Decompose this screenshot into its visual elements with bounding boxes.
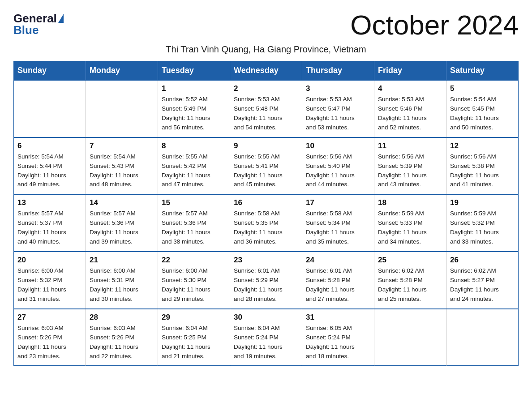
day-info: Sunrise: 6:04 AMSunset: 5:25 PMDaylight:… (162, 324, 226, 361)
day-info: Sunrise: 5:56 AMSunset: 5:40 PMDaylight:… (306, 152, 370, 190)
calendar-cell (374, 309, 446, 366)
calendar-cell: 4Sunrise: 5:53 AMSunset: 5:46 PMDaylight… (374, 80, 446, 137)
day-number: 29 (162, 313, 226, 322)
day-info: Sunrise: 5:55 AMSunset: 5:41 PMDaylight:… (234, 152, 298, 190)
day-number: 31 (306, 313, 370, 322)
day-info: Sunrise: 6:02 AMSunset: 5:27 PMDaylight:… (450, 266, 515, 304)
day-info: Sunrise: 6:01 AMSunset: 5:28 PMDaylight:… (306, 266, 370, 304)
calendar-cell: 11Sunrise: 5:56 AMSunset: 5:39 PMDayligh… (374, 137, 446, 195)
day-info: Sunrise: 6:00 AMSunset: 5:32 PMDaylight:… (17, 266, 82, 304)
day-info: Sunrise: 5:56 AMSunset: 5:38 PMDaylight:… (450, 152, 515, 190)
calendar: SundayMondayTuesdayWednesdayThursdayFrid… (13, 61, 519, 366)
calendar-cell: 28Sunrise: 6:03 AMSunset: 5:26 PMDayligh… (86, 309, 158, 366)
day-number: 26 (450, 256, 515, 265)
logo-triangle-icon (58, 14, 64, 23)
calendar-cell: 15Sunrise: 5:57 AMSunset: 5:36 PMDayligh… (158, 194, 230, 252)
calendar-header-thursday: Thursday (302, 61, 374, 81)
day-info: Sunrise: 5:54 AMSunset: 5:45 PMDaylight:… (450, 95, 515, 133)
day-info: Sunrise: 5:53 AMSunset: 5:47 PMDaylight:… (306, 95, 370, 133)
day-info: Sunrise: 6:05 AMSunset: 5:24 PMDaylight:… (306, 324, 370, 361)
day-info: Sunrise: 5:58 AMSunset: 5:35 PMDaylight:… (234, 209, 298, 247)
day-number: 12 (450, 141, 515, 150)
day-number: 21 (90, 256, 154, 265)
calendar-header-wednesday: Wednesday (230, 61, 302, 81)
calendar-cell: 13Sunrise: 5:57 AMSunset: 5:37 PMDayligh… (14, 194, 86, 252)
calendar-cell: 10Sunrise: 5:56 AMSunset: 5:40 PMDayligh… (302, 137, 374, 195)
calendar-cell: 18Sunrise: 5:59 AMSunset: 5:33 PMDayligh… (374, 194, 446, 252)
calendar-cell: 5Sunrise: 5:54 AMSunset: 5:45 PMDaylight… (446, 80, 519, 137)
day-info: Sunrise: 5:58 AMSunset: 5:34 PMDaylight:… (306, 209, 370, 247)
day-number: 15 (162, 198, 226, 207)
calendar-week-row: 1Sunrise: 5:52 AMSunset: 5:49 PMDaylight… (14, 80, 519, 137)
day-number: 23 (234, 256, 298, 265)
day-info: Sunrise: 5:53 AMSunset: 5:48 PMDaylight:… (234, 95, 298, 133)
calendar-cell: 16Sunrise: 5:58 AMSunset: 5:35 PMDayligh… (230, 194, 302, 252)
day-info: Sunrise: 5:55 AMSunset: 5:42 PMDaylight:… (162, 152, 226, 190)
calendar-header-row: SundayMondayTuesdayWednesdayThursdayFrid… (14, 61, 519, 81)
calendar-cell: 2Sunrise: 5:53 AMSunset: 5:48 PMDaylight… (230, 80, 302, 137)
day-number: 27 (17, 313, 82, 322)
calendar-header-tuesday: Tuesday (158, 61, 230, 81)
day-number: 10 (306, 141, 370, 150)
day-number: 22 (162, 256, 226, 265)
day-info: Sunrise: 5:52 AMSunset: 5:49 PMDaylight:… (162, 95, 226, 133)
day-number: 19 (450, 198, 515, 207)
day-number: 6 (17, 141, 82, 150)
calendar-cell: 31Sunrise: 6:05 AMSunset: 5:24 PMDayligh… (302, 309, 374, 366)
logo-blue: Blue (13, 24, 39, 36)
day-info: Sunrise: 6:02 AMSunset: 5:28 PMDaylight:… (378, 266, 442, 304)
calendar-cell: 23Sunrise: 6:01 AMSunset: 5:29 PMDayligh… (230, 252, 302, 309)
day-info: Sunrise: 5:57 AMSunset: 5:36 PMDaylight:… (162, 209, 226, 247)
header: General Blue October 2024 (13, 9, 519, 41)
logo-general: General (13, 13, 64, 24)
calendar-week-row: 13Sunrise: 5:57 AMSunset: 5:37 PMDayligh… (14, 194, 519, 252)
day-info: Sunrise: 5:54 AMSunset: 5:43 PMDaylight:… (90, 152, 154, 190)
day-info: Sunrise: 6:03 AMSunset: 5:26 PMDaylight:… (90, 324, 154, 361)
day-info: Sunrise: 5:59 AMSunset: 5:33 PMDaylight:… (378, 209, 442, 247)
calendar-header-friday: Friday (374, 61, 446, 81)
calendar-cell: 21Sunrise: 6:00 AMSunset: 5:31 PMDayligh… (86, 252, 158, 309)
calendar-week-row: 27Sunrise: 6:03 AMSunset: 5:26 PMDayligh… (14, 309, 519, 366)
calendar-cell (446, 309, 519, 366)
calendar-cell: 1Sunrise: 5:52 AMSunset: 5:49 PMDaylight… (158, 80, 230, 137)
day-number: 5 (450, 84, 515, 93)
day-number: 11 (378, 141, 442, 150)
calendar-cell: 3Sunrise: 5:53 AMSunset: 5:47 PMDaylight… (302, 80, 374, 137)
day-info: Sunrise: 6:03 AMSunset: 5:26 PMDaylight:… (17, 324, 82, 361)
day-number: 4 (378, 84, 442, 93)
day-info: Sunrise: 5:57 AMSunset: 5:36 PMDaylight:… (90, 209, 154, 247)
calendar-cell: 12Sunrise: 5:56 AMSunset: 5:38 PMDayligh… (446, 137, 519, 195)
day-info: Sunrise: 6:04 AMSunset: 5:24 PMDaylight:… (234, 324, 298, 361)
calendar-cell: 6Sunrise: 5:54 AMSunset: 5:44 PMDaylight… (14, 137, 86, 195)
day-number: 25 (378, 256, 442, 265)
day-number: 8 (162, 141, 226, 150)
day-number: 18 (378, 198, 442, 207)
day-number: 2 (234, 84, 298, 93)
calendar-week-row: 20Sunrise: 6:00 AMSunset: 5:32 PMDayligh… (14, 252, 519, 309)
day-number: 24 (306, 256, 370, 265)
day-number: 9 (234, 141, 298, 150)
day-info: Sunrise: 5:56 AMSunset: 5:39 PMDaylight:… (378, 152, 442, 190)
calendar-cell: 19Sunrise: 5:59 AMSunset: 5:32 PMDayligh… (446, 194, 519, 252)
day-info: Sunrise: 6:01 AMSunset: 5:29 PMDaylight:… (234, 266, 298, 304)
day-info: Sunrise: 5:57 AMSunset: 5:37 PMDaylight:… (17, 209, 82, 247)
day-number: 1 (162, 84, 226, 93)
calendar-cell (86, 80, 158, 137)
day-number: 14 (90, 198, 154, 207)
logo-general-text: General (13, 13, 57, 24)
day-number: 17 (306, 198, 370, 207)
calendar-cell: 9Sunrise: 5:55 AMSunset: 5:41 PMDaylight… (230, 137, 302, 195)
day-number: 3 (306, 84, 370, 93)
day-info: Sunrise: 6:00 AMSunset: 5:30 PMDaylight:… (162, 266, 226, 304)
logo: General Blue (13, 13, 64, 36)
calendar-cell: 17Sunrise: 5:58 AMSunset: 5:34 PMDayligh… (302, 194, 374, 252)
day-number: 16 (234, 198, 298, 207)
day-number: 30 (234, 313, 298, 322)
calendar-cell: 24Sunrise: 6:01 AMSunset: 5:28 PMDayligh… (302, 252, 374, 309)
calendar-cell: 22Sunrise: 6:00 AMSunset: 5:30 PMDayligh… (158, 252, 230, 309)
calendar-cell (14, 80, 86, 137)
day-info: Sunrise: 5:53 AMSunset: 5:46 PMDaylight:… (378, 95, 442, 133)
day-number: 7 (90, 141, 154, 150)
calendar-cell: 27Sunrise: 6:03 AMSunset: 5:26 PMDayligh… (14, 309, 86, 366)
day-number: 28 (90, 313, 154, 322)
